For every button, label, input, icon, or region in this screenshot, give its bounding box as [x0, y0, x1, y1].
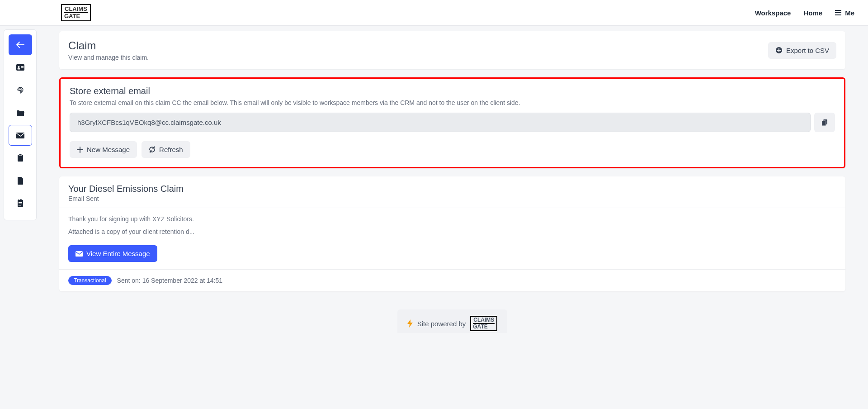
svg-rect-14 — [19, 205, 21, 205]
svg-rect-9 — [19, 199, 19, 201]
message-title: Your Diesel Emissions Claim — [68, 184, 836, 194]
svg-rect-8 — [18, 200, 23, 207]
refresh-icon — [149, 146, 156, 153]
nav-workspace[interactable]: Workspace — [755, 9, 791, 17]
message-status: Email Sent — [68, 195, 836, 202]
message-tag: Transactional — [68, 276, 112, 285]
message-card: Your Diesel Emissions Claim Email Sent T… — [59, 176, 845, 291]
sidebar-item-email[interactable] — [9, 125, 32, 146]
plus-icon — [77, 147, 83, 153]
copy-email-button[interactable] — [814, 113, 835, 132]
nav-home[interactable]: Home — [803, 9, 822, 17]
store-email-card: Store external email To store external e… — [59, 77, 845, 168]
svg-rect-7 — [19, 154, 22, 156]
claim-header-card: Claim View and manage this claim. Export… — [59, 31, 845, 69]
section-title: Store external email — [70, 86, 835, 96]
sidebar — [4, 29, 37, 220]
nav-links: Workspace Home Me — [755, 9, 854, 17]
sidebar-back-button[interactable] — [9, 34, 32, 55]
new-message-button[interactable]: New Message — [70, 141, 137, 158]
page-subtitle: View and manage this claim. — [68, 54, 149, 61]
view-entire-message-button[interactable]: View Entire Message — [68, 245, 157, 262]
top-nav: CLAIMS GATE Workspace Home Me — [0, 0, 868, 26]
main-content: Claim View and manage this claim. Export… — [37, 26, 868, 347]
page-title: Claim — [68, 39, 149, 52]
clipboard-icon — [17, 154, 24, 162]
svg-rect-10 — [20, 199, 21, 201]
sidebar-item-clipboard[interactable] — [9, 147, 32, 168]
svg-rect-2 — [17, 68, 20, 70]
sidebar-item-notes[interactable] — [9, 193, 32, 214]
brand-logo: CLAIMS GATE — [61, 4, 91, 22]
envelope-icon — [75, 251, 83, 257]
sidebar-item-folder[interactable] — [9, 102, 32, 123]
export-csv-button[interactable]: Export to CSV — [768, 42, 836, 59]
arrow-left-icon — [16, 42, 24, 48]
footer-brand-logo: CLAIMS GATE — [470, 316, 497, 331]
sidebar-item-fingerprint[interactable] — [9, 80, 32, 100]
svg-rect-3 — [21, 66, 24, 67]
sidebar-item-file[interactable] — [9, 170, 32, 191]
svg-rect-4 — [21, 67, 24, 68]
message-line-1: Thank you for signing up with XYZ Solici… — [68, 215, 836, 223]
id-card-icon — [16, 64, 24, 71]
cc-email-input[interactable] — [70, 113, 811, 132]
message-line-2: Attached is a copy of your client retent… — [68, 228, 836, 235]
folder-icon — [16, 109, 24, 116]
envelope-icon — [16, 133, 24, 138]
refresh-button[interactable]: Refresh — [142, 141, 190, 158]
svg-rect-12 — [19, 202, 22, 203]
menu-icon — [835, 10, 841, 15]
svg-point-1 — [18, 66, 19, 68]
svg-rect-18 — [75, 251, 83, 257]
notes-icon — [17, 199, 24, 207]
footer: Site powered by CLAIMS GATE — [59, 309, 845, 333]
bolt-icon — [407, 319, 413, 328]
copy-icon — [821, 119, 828, 126]
fingerprint-icon — [16, 86, 24, 94]
svg-rect-5 — [16, 133, 24, 138]
section-desc: To store external email on this claim CC… — [70, 99, 835, 106]
message-sent-on: Sent on: 16 September 2022 at 14:51 — [117, 277, 223, 284]
powered-by[interactable]: Site powered by CLAIMS GATE — [397, 309, 508, 333]
nav-me[interactable]: Me — [835, 9, 854, 17]
file-icon — [17, 176, 24, 185]
sidebar-item-card[interactable] — [9, 57, 32, 78]
svg-rect-13 — [19, 204, 22, 204]
svg-rect-11 — [21, 199, 22, 201]
svg-rect-17 — [822, 121, 826, 126]
plus-circle-icon — [775, 47, 783, 54]
